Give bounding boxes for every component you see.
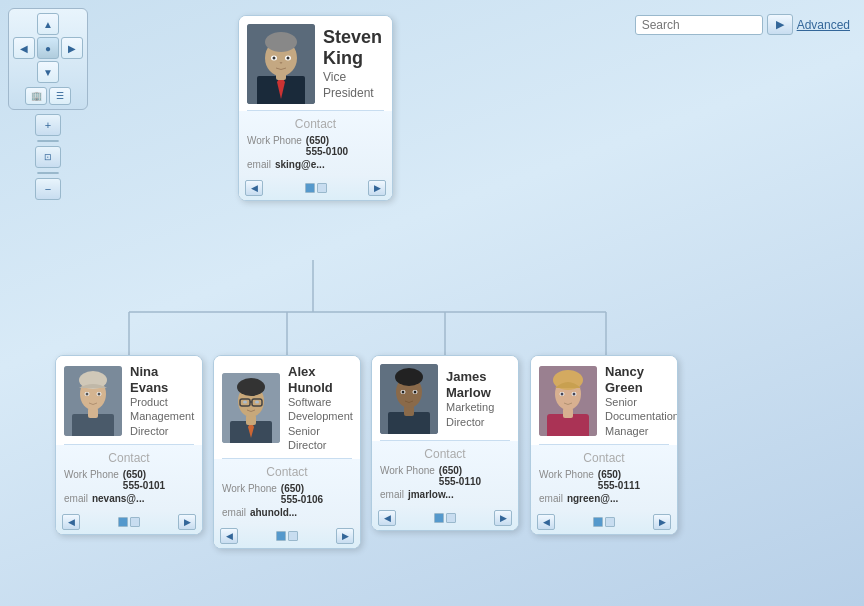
svg-point-24 (98, 393, 101, 396)
card-header-james: James Marlow MarketingDirector (372, 356, 518, 440)
card-info-james: James Marlow MarketingDirector (446, 369, 510, 429)
next-btn-james[interactable]: ▶ (494, 510, 512, 526)
advanced-link[interactable]: Advanced (797, 18, 850, 32)
dot-1-james (434, 513, 444, 523)
contact-section-nina: Contact Work Phone (650)555-0101 email n… (56, 445, 202, 510)
footer-nina: ◀ ▶ (56, 510, 202, 534)
photo-nancy (539, 366, 597, 436)
nina-title: ProductManagementDirector (130, 395, 194, 438)
email-label-steven: email (247, 159, 271, 170)
work-phone-row-alex: Work Phone (650)555-0106 (222, 483, 352, 505)
nancy-first-name: Nancy (605, 364, 678, 380)
svg-point-44 (414, 391, 417, 394)
work-phone-label-alex: Work Phone (222, 483, 277, 494)
zoom-in-btn[interactable]: + (35, 114, 61, 136)
svg-point-40 (395, 368, 423, 386)
dot-2-steven (317, 183, 327, 193)
work-phone-row-james: Work Phone (650)555-0110 (380, 465, 510, 487)
prev-btn-nina[interactable]: ◀ (62, 514, 80, 530)
card-header-nancy: Nancy Green SeniorDocumentationManager (531, 356, 677, 444)
prev-btn-nancy[interactable]: ◀ (537, 514, 555, 530)
search-input[interactable] (642, 18, 756, 32)
fit-btn[interactable]: ⊡ (35, 146, 61, 168)
prev-btn-alex[interactable]: ◀ (220, 528, 238, 544)
nav-center-btn[interactable]: ● (37, 37, 59, 59)
nav-right-btn[interactable]: ▶ (61, 37, 83, 59)
contact-heading-james: Contact (380, 447, 510, 461)
nancy-title: SeniorDocumentationManager (605, 395, 678, 438)
work-phone-val-nina: (650)555-0101 (123, 469, 165, 491)
email-val-nancy: ngreen@... (567, 493, 618, 504)
card-info-nina: Nina Evans ProductManagementDirector (130, 364, 194, 438)
footer-nancy: ◀ ▶ (531, 510, 677, 534)
next-btn-alex[interactable]: ▶ (336, 528, 354, 544)
james-first-name: James (446, 369, 510, 385)
steven-last-name: King (323, 48, 384, 70)
nina-first-name: Nina (130, 364, 194, 380)
alex-title: SoftwareDevelopmentSenior Director (288, 395, 353, 452)
email-row-nancy: email ngreen@... (539, 493, 669, 504)
dot-1-nancy (593, 517, 603, 527)
footer-james: ◀ ▶ (372, 506, 518, 530)
card-info-steven: Steven King Vice President (323, 27, 384, 101)
contact-heading-nina: Contact (64, 451, 194, 465)
svg-point-23 (86, 393, 89, 396)
next-btn-nancy[interactable]: ▶ (653, 514, 671, 530)
prev-btn-steven[interactable]: ◀ (245, 180, 263, 196)
james-title: MarketingDirector (446, 400, 510, 429)
work-phone-label-james: Work Phone (380, 465, 435, 476)
left-toolbar: ▲ ◀ ● ▶ ▼ 🏢 ☰ + ⊡ − (8, 8, 88, 200)
nav-down-btn[interactable]: ▼ (37, 61, 59, 83)
search-input-wrap[interactable] (635, 15, 763, 35)
page-dots-alex (276, 531, 298, 541)
svg-point-43 (402, 391, 405, 394)
contact-heading-nancy: Contact (539, 451, 669, 465)
card-header-steven: Steven King Vice President (239, 16, 392, 110)
email-val-nina: nevans@... (92, 493, 145, 504)
svg-point-11 (265, 32, 297, 52)
contact-section-james: Contact Work Phone (650)555-0110 email j… (372, 441, 518, 506)
work-phone-val-james: (650)555-0110 (439, 465, 481, 487)
photo-james (380, 364, 438, 434)
page-dots-nina (118, 517, 140, 527)
contact-section-steven: Contact Work Phone (650)555-0100 email s… (239, 111, 392, 176)
photo-alex (222, 373, 280, 443)
prev-btn-james[interactable]: ◀ (378, 510, 396, 526)
zoom-out-btn[interactable]: − (35, 178, 61, 200)
card-info-alex: Alex Hunold SoftwareDevelopmentSenior Di… (288, 364, 353, 452)
work-phone-val-steven: (650)555-0100 (306, 135, 348, 157)
nav-left-btn[interactable]: ◀ (13, 37, 35, 59)
card-james-marlow: James Marlow MarketingDirector Contact W… (371, 355, 519, 531)
email-row-steven: email sking@e... (247, 159, 384, 170)
org-view-btn[interactable]: 🏢 (25, 87, 47, 105)
dot-1-alex (276, 531, 286, 541)
dot-2-james (446, 513, 456, 523)
email-row-alex: email ahunold... (222, 507, 352, 518)
contact-section-nancy: Contact Work Phone (650)555-0111 email n… (531, 445, 677, 510)
svg-point-30 (237, 378, 265, 396)
next-btn-steven[interactable]: ▶ (368, 180, 386, 196)
work-phone-label-nina: Work Phone (64, 469, 119, 480)
steven-title: Vice President (323, 70, 384, 101)
work-phone-row-nina: Work Phone (650)555-0101 (64, 469, 194, 491)
dot-2-nancy (605, 517, 615, 527)
separator-2 (37, 172, 59, 174)
card-nancy-green: Nancy Green SeniorDocumentationManager C… (530, 355, 678, 535)
email-label-james: email (380, 489, 404, 500)
footer-alex: ◀ ▶ (214, 524, 360, 548)
nav-up-btn[interactable]: ▲ (37, 13, 59, 35)
search-go-button[interactable]: ▶ (767, 14, 793, 35)
next-btn-nina[interactable]: ▶ (178, 514, 196, 530)
alex-first-name: Alex (288, 364, 353, 380)
page-dots-nancy (593, 517, 615, 527)
work-phone-label-steven: Work Phone (247, 135, 302, 146)
list-view-btn[interactable]: ☰ (49, 87, 71, 105)
dot-2-alex (288, 531, 298, 541)
card-header-alex: Alex Hunold SoftwareDevelopmentSenior Di… (214, 356, 360, 458)
email-label-nancy: email (539, 493, 563, 504)
card-header-nina: Nina Evans ProductManagementDirector (56, 356, 202, 444)
james-last-name: Marlow (446, 385, 510, 401)
org-container: Steven King Vice President Contact Work … (45, 0, 864, 606)
separator-1 (37, 140, 59, 142)
svg-point-14 (273, 57, 276, 60)
